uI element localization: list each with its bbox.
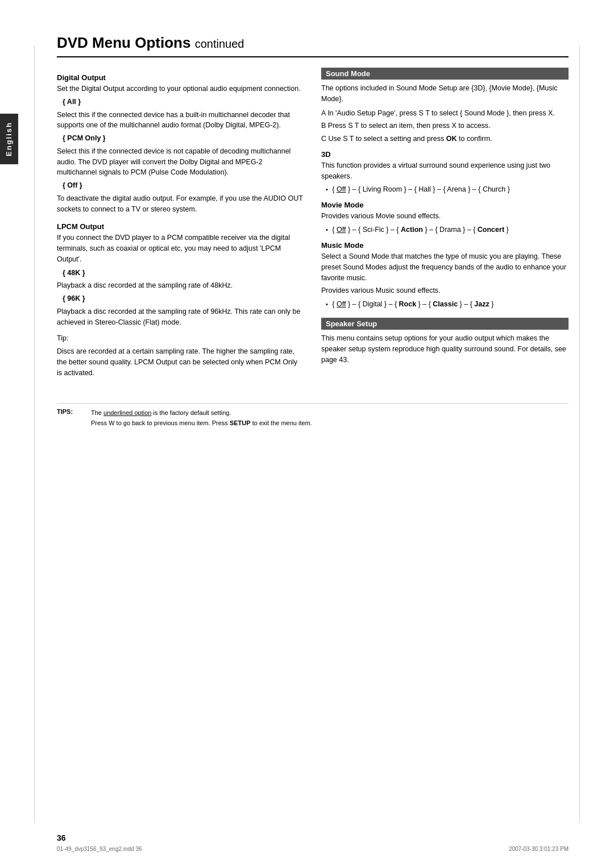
movie-mode-section: Movie Mode Provides various Movie sound … <box>321 201 569 235</box>
all-desc: Select this if the connected device has … <box>57 110 304 131</box>
pcm-label: { PCM Only } <box>63 133 304 144</box>
page-number: 36 <box>57 833 66 842</box>
left-border-line <box>34 45 35 823</box>
48k-label: { 48K } <box>63 268 304 279</box>
off-label: { Off } <box>63 180 304 191</box>
sound-mode-header: Sound Mode <box>321 68 569 80</box>
left-column: Digital Output Set the Digital Output ac… <box>57 68 304 380</box>
movie-mode-desc: Provides various Movie sound effects. <box>321 211 569 222</box>
tip-text: Discs are recorded at a certain sampling… <box>57 346 304 378</box>
movie-mode-options: • { Off } – { Sci-Fic } – { Action } – {… <box>326 224 569 235</box>
tips-line1: The underlined option is the factory def… <box>91 408 312 418</box>
tips-label: TIPS: <box>57 408 85 428</box>
3d-options: • { Off } – { Living Room } – { Hall } –… <box>326 184 569 195</box>
3d-desc: This function provides a virtual surroun… <box>321 160 569 182</box>
speaker-setup-desc: This menu contains setup options for you… <box>321 333 569 365</box>
page-title-text: DVD Menu Options <box>57 34 190 51</box>
sound-mode-intro: The options included in Sound Mode Setup… <box>321 83 569 105</box>
lpcm-intro: If you connect the DVD player to a PCM c… <box>57 232 304 264</box>
digital-output-section: Digital Output Set the Digital Output ac… <box>57 73 304 214</box>
right-border-line <box>579 45 580 823</box>
tips-line2: Press W to go back to previous menu item… <box>91 418 312 429</box>
tips-section: TIPS: The underlined option is the facto… <box>57 403 569 428</box>
music-mode-desc1: Select a Sound Mode that matches the typ… <box>321 251 569 283</box>
tips-content: The underlined option is the factory def… <box>91 408 312 428</box>
footer-date: 2007-03-30 3:01:23 PM <box>509 846 569 852</box>
music-mode-section: Music Mode Select a Sound Mode that matc… <box>321 241 569 310</box>
all-label: { All } <box>63 97 304 107</box>
page-title: DVD Menu Options continued <box>57 34 569 57</box>
main-content: Digital Output Set the Digital Output ac… <box>57 68 569 380</box>
sound-mode-step-c: C Use S T to select a setting and press … <box>321 134 569 144</box>
sound-mode-step-b: B Press S T to select an item, then pres… <box>321 121 569 131</box>
music-mode-desc2: Provides various Music sound effects. <box>321 285 569 296</box>
pcm-desc: Select this if the connected device is n… <box>57 146 304 178</box>
lpcm-output-section: LPCM Output If you connect the DVD playe… <box>57 222 304 327</box>
96k-label: { 96K } <box>63 293 304 304</box>
sound-mode-step-a: A In 'Audio Setup Page', press S T to se… <box>321 108 569 119</box>
lpcm-output-header: LPCM Output <box>57 222 304 231</box>
48k-desc: Playback a disc recorded at the sampling… <box>57 280 304 291</box>
page-title-continued: continued <box>195 38 244 50</box>
tip-label: Tip: <box>57 333 304 344</box>
movie-mode-header: Movie Mode <box>321 201 569 209</box>
96k-desc: Playback a disc recorded at the sampling… <box>57 306 304 328</box>
3d-section: 3D This function provides a virtual surr… <box>321 150 569 196</box>
speaker-setup-section: Speaker Setup This menu contains setup o… <box>321 318 569 365</box>
speaker-setup-header: Speaker Setup <box>321 318 569 330</box>
digital-output-intro: Set the Digital Output according to your… <box>57 84 304 94</box>
language-tab: English <box>0 114 18 164</box>
music-mode-header: Music Mode <box>321 241 569 250</box>
music-mode-options: • { Off } – { Digital } – { Rock } – { C… <box>326 298 569 310</box>
footer-file-info: 01-49_dvp3156_93_eng2.indd 36 <box>57 846 142 852</box>
off-desc: To deactivate the digital audio output. … <box>57 193 304 215</box>
page: English DVD Menu Options continued Digit… <box>0 0 614 868</box>
digital-output-header: Digital Output <box>57 73 304 82</box>
3d-header: 3D <box>321 150 569 159</box>
tip-block: Tip: Discs are recorded at a certain sam… <box>57 333 304 378</box>
right-column: Sound Mode The options included in Sound… <box>321 68 569 380</box>
